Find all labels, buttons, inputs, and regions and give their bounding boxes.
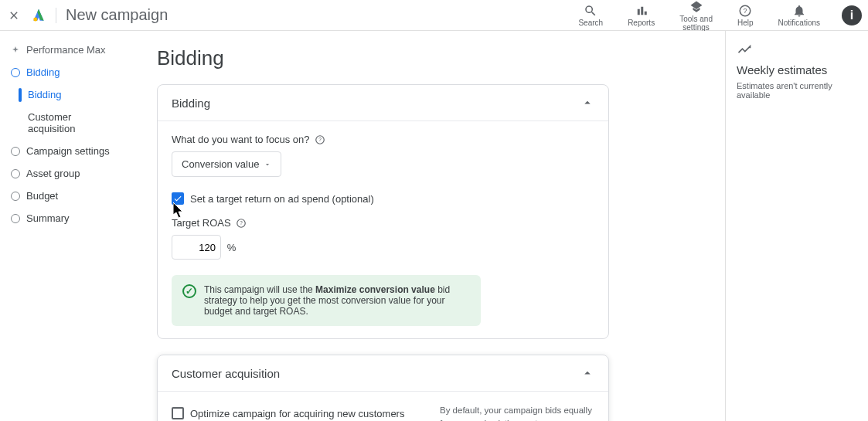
nav-label: Search [578,19,603,27]
info-badge[interactable]: i [842,5,862,25]
tools-icon [689,0,704,15]
search-icon [583,3,598,19]
close-button[interactable] [6,8,22,23]
nav-label: Notifications [778,19,820,27]
bell-icon [791,3,807,19]
step-circle-icon [11,192,20,201]
nav-notifications[interactable]: Notifications [771,3,828,27]
sidebar-sub-customer-acquisition[interactable]: Customer acquisition [0,106,126,140]
sidebar-item-bidding[interactable]: Bidding [0,61,126,83]
card-title: Customer acquisition [172,367,280,380]
chevron-down-icon [264,161,271,168]
tip-text: This campaign will use the Maximize conv… [204,284,470,317]
sidebar-item-budget[interactable]: Budget [0,185,126,207]
nav-reports[interactable]: Reports [620,3,662,27]
step-circle-icon [11,214,20,223]
roas-checkbox[interactable] [172,192,184,205]
sidebar-item-summary[interactable]: Summary [0,207,126,229]
main-content: Bidding Bidding What do you want to focu… [126,31,725,421]
optimize-checkbox[interactable] [172,407,184,419]
step-circle-icon [11,169,20,178]
collapse-icon[interactable] [580,366,594,380]
main-heading: Bidding [157,46,694,70]
sidebar-label: Budget [26,190,58,202]
sidebar-label: Asset group [26,168,80,179]
sidebar-item-campaign-settings[interactable]: Campaign settings [0,140,126,162]
help-icon[interactable]: ? [236,218,247,229]
sidebar-label: Summary [26,212,70,224]
check-circle-icon: ✓ [182,284,196,298]
reports-icon [634,3,649,19]
checkbox-label: Set a target return on ad spend (optiona… [190,193,374,205]
collapse-icon[interactable] [580,96,594,110]
nav-search[interactable]: Search [570,3,611,27]
page-title: New campaign [66,6,168,24]
estimates-subtitle: Estimates aren't currently available [737,81,857,100]
sidebar-label: Campaign settings [26,145,110,157]
help-icon[interactable]: ? [315,134,325,145]
nav-label: Tools and settings [679,15,713,32]
bidding-card: Bidding What do you want to focus on? ? … [157,84,609,339]
sidebar-sub-bidding[interactable]: Bidding [0,83,126,106]
target-roas-input[interactable] [172,235,221,260]
sidebar-label: Customer acquisition [28,111,115,134]
svg-text:?: ? [318,137,322,142]
focus-dropdown[interactable]: Conversion value [172,151,281,177]
target-roas-label: Target ROAS [172,217,231,229]
sidebar-label: Bidding [26,66,60,78]
sidebar-item-performance-max[interactable]: Performance Max [0,39,126,61]
sparkle-icon [11,46,20,55]
estimates-panel: Weekly estimates Estimates aren't curren… [725,31,868,421]
help-icon: ? [737,3,753,19]
estimates-title: Weekly estimates [737,63,857,76]
customer-acquisition-desc: By default, your campaign bids equally f… [440,404,594,421]
percent-suffix: % [227,242,237,253]
nav-tools[interactable]: Tools and settings [672,0,720,32]
dropdown-value: Conversion value [182,158,259,170]
nav-label: Reports [628,19,655,27]
sidebar-label: Bidding [28,89,61,100]
customer-acquisition-card: Customer acquisition Optimize campaign f… [157,355,609,421]
card-title: Bidding [172,97,210,110]
step-circle-icon [11,147,20,156]
nav-help[interactable]: ? Help [730,3,761,27]
checkbox-label: Optimize campaign for acquiring new cust… [190,408,404,419]
svg-text:?: ? [744,7,747,15]
sidebar-label: Performance Max [26,44,106,56]
svg-text:?: ? [240,220,243,226]
strategy-tip: ✓ This campaign will use the Maximize co… [172,275,481,326]
ads-logo [31,8,46,23]
step-circle-icon [11,68,20,77]
sidebar-item-asset-group[interactable]: Asset group [0,162,126,185]
svg-point-0 [33,17,37,21]
check-icon [173,194,182,203]
focus-label: What do you want to focus on? [172,134,310,145]
nav-label: Help [737,19,754,27]
chart-line-icon [737,42,857,57]
sidebar: Performance Max Bidding Bidding Customer… [0,31,126,421]
